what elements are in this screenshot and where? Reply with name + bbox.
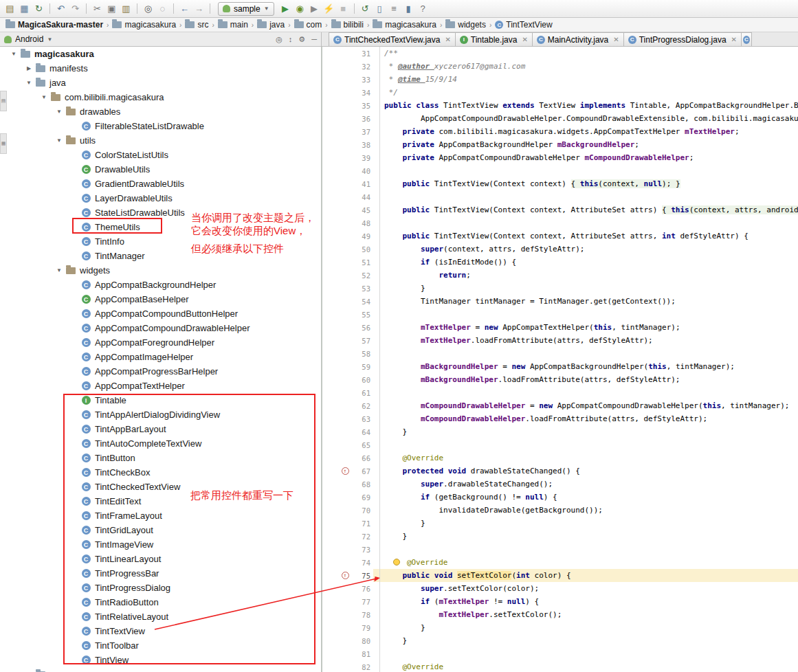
code-line-66[interactable]: 66 @Override (322, 451, 798, 464)
tree-item-tintprogressdialog[interactable]: CTintProgressDialog (0, 581, 321, 595)
code-line-57[interactable]: 57 mTextHelper.loadFromAttribute(attrs, … (322, 334, 798, 347)
code-line-45[interactable]: 45 public TintTextView(Context context, … (322, 203, 798, 216)
line-number[interactable]: 32 (351, 63, 373, 71)
breadcrumb-item-magicasakura[interactable]: magicasakura (111, 18, 177, 32)
line-number[interactable]: 76 (351, 585, 373, 593)
tree-item-magicasakura[interactable]: ▼magicasakura (0, 47, 321, 61)
tree-item-appcompatcompoundbuttonhelper[interactable]: CAppCompatCompoundButtonHelper (0, 306, 321, 321)
tab-tintable-java[interactable]: ITintable.java✕ (455, 32, 533, 46)
undo-icon[interactable]: ↶ (54, 2, 68, 16)
line-number[interactable]: 52 (351, 271, 373, 280)
project-view-selector[interactable]: Android (15, 34, 43, 44)
line-number[interactable]: 50 (351, 245, 373, 254)
code-line-76[interactable]: 76 super.setTextColor(color); (322, 582, 798, 595)
line-number[interactable]: 58 (351, 350, 373, 358)
avd-manager-icon[interactable]: ▯ (373, 2, 387, 16)
fold-gutter[interactable] (373, 582, 380, 595)
line-number[interactable]: 51 (351, 258, 373, 267)
hide-panel-icon[interactable]: ─ (311, 35, 317, 43)
chevron-right-icon[interactable]: ▶ (23, 65, 34, 71)
line-number[interactable]: 68 (351, 480, 373, 489)
line-number[interactable]: 69 (351, 493, 373, 502)
line-number[interactable]: 31 (351, 49, 373, 58)
tree-item-widgets[interactable]: ▼widgets (0, 263, 321, 278)
fold-gutter[interactable] (373, 595, 380, 608)
tree-item-appcompatforegroundhelper[interactable]: CAppCompatForegroundHelper (0, 335, 321, 350)
line-number[interactable]: 71 (351, 519, 373, 528)
code-line-79[interactable]: 79 } (322, 621, 798, 634)
tree-item-tintcheckedtextview[interactable]: CTintCheckedTextView (0, 480, 321, 494)
tab-clipped[interactable]: C (741, 32, 752, 46)
fold-gutter[interactable] (373, 621, 380, 634)
code-line-39[interactable]: 39 private AppCompatCompoundDrawableHelp… (322, 151, 798, 164)
fold-gutter[interactable] (373, 543, 380, 556)
fold-gutter[interactable] (373, 347, 380, 360)
line-number[interactable]: 63 (351, 415, 373, 423)
code-line-51[interactable]: 51 if (isInEditMode()) { (322, 256, 798, 269)
fold-gutter[interactable] (373, 438, 380, 451)
fold-gutter[interactable] (373, 47, 380, 60)
code-line-49[interactable]: 49 public TintTextView(Context context, … (322, 229, 798, 243)
code-line-54[interactable]: 54 TintManager tintManager = TintManager… (322, 295, 798, 308)
run-configuration-dropdown[interactable]: sample ▼ (218, 2, 274, 16)
fold-gutter[interactable] (373, 504, 380, 517)
line-number[interactable]: 78 (351, 611, 373, 619)
sdk-manager-icon[interactable]: ≡ (387, 2, 401, 16)
fold-gutter[interactable] (373, 177, 380, 190)
breadcrumb-item-bilibili[interactable]: bilibili (330, 18, 365, 32)
fold-gutter[interactable] (373, 517, 380, 530)
chevron-down-icon[interactable]: ▼ (8, 51, 19, 57)
breadcrumb-item-magicasakura-master[interactable]: MagicaSakura-master (4, 18, 104, 32)
fold-gutter[interactable] (373, 608, 380, 621)
fold-gutter[interactable] (373, 99, 380, 112)
fold-gutter[interactable] (373, 412, 380, 425)
line-number[interactable]: 34 (351, 89, 373, 97)
tree-item-appcompattexthelper[interactable]: CAppCompatTextHelper (0, 379, 321, 393)
tree-item-tintview[interactable]: CTintView (0, 653, 321, 667)
code-line-65[interactable]: 65 (322, 438, 798, 451)
tree-item-java[interactable]: ▼java (0, 76, 321, 90)
breadcrumb-item-src[interactable]: src (184, 18, 210, 32)
line-number[interactable]: 67 (351, 467, 373, 475)
tree-item-appcompatimagehelper[interactable]: CAppCompatImageHelper (0, 350, 321, 364)
fold-gutter[interactable] (373, 60, 380, 73)
line-number[interactable]: 74 (351, 559, 373, 567)
breadcrumb-item-tinttextview[interactable]: CTintTextView (494, 18, 553, 32)
chevron-down-icon[interactable]: ▼ (23, 80, 34, 86)
line-number[interactable]: 59 (351, 363, 373, 371)
line-number[interactable]: 57 (351, 337, 373, 345)
code-line-32[interactable]: 32 * @author xyczero617@gmail.com (322, 60, 798, 73)
tree-item-themeutils[interactable]: CThemeUtils (0, 220, 321, 234)
tree-item-appcompatprogressbarhelper[interactable]: CAppCompatProgressBarHelper (0, 364, 321, 379)
attach-debugger-icon[interactable]: ⚡ (322, 2, 336, 16)
line-number[interactable]: 33 (351, 76, 373, 84)
tree-item-tintimageview[interactable]: CTintImageView (0, 537, 321, 552)
tool-stripe-button-structure-icon[interactable]: ▦ (0, 133, 7, 154)
tab-tintcheckedtextview-java[interactable]: CTintCheckedTextView.java✕ (329, 32, 456, 46)
settings-gear-icon[interactable]: ⚙ (298, 35, 305, 44)
code-line-69[interactable]: 69 if (getBackground() != null) { (322, 491, 798, 504)
tree-item-tintappalertdialogdividingview[interactable]: CTintAppAlertDialogDividingView (0, 407, 321, 422)
code-line-53[interactable]: 53 } (322, 282, 798, 295)
run-coverage-icon[interactable]: ▶ (307, 2, 322, 16)
code-line-48[interactable]: 48 (322, 216, 798, 229)
tree-item-appcompatcompounddrawablehelper[interactable]: CAppCompatCompoundDrawableHelper (0, 321, 321, 335)
code-line-56[interactable]: 56 mTextHelper = new AppCompatTextHelper… (322, 321, 798, 334)
back-icon[interactable]: ← (177, 2, 192, 16)
code-line-33[interactable]: 33 * @time 15/9/14 (322, 73, 798, 86)
line-number[interactable]: 48 (351, 219, 373, 227)
line-number[interactable]: 73 (351, 546, 373, 554)
line-number[interactable]: 61 (351, 389, 373, 397)
code-line-41[interactable]: 41 public TintTextView(Context context) … (322, 177, 798, 190)
fold-gutter[interactable] (373, 399, 380, 412)
line-number[interactable]: 40 (351, 167, 373, 175)
tree-item-statelistdrawableutils[interactable]: CStateListDrawableUtils (0, 205, 321, 220)
line-number[interactable]: 80 (351, 637, 373, 645)
tree-item-layerdrawableutils[interactable]: CLayerDrawableUtils (0, 191, 321, 205)
line-number[interactable]: 53 (351, 284, 373, 293)
chevron-down-icon[interactable]: ▼ (38, 94, 49, 100)
close-icon[interactable]: ✕ (522, 36, 527, 43)
fold-gutter[interactable] (373, 125, 380, 138)
line-number[interactable]: 45 (351, 206, 373, 214)
fold-gutter[interactable] (373, 308, 380, 321)
